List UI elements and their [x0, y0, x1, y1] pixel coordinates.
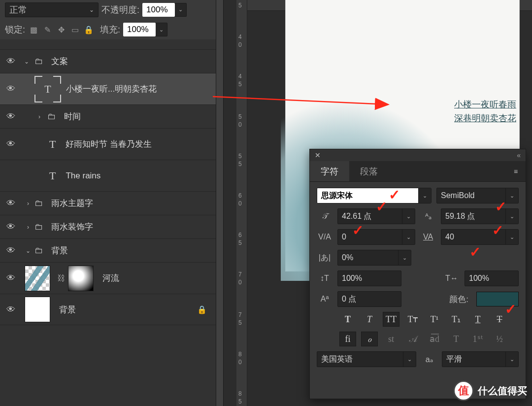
font-size-icon: 𝒯	[317, 212, 332, 221]
chevron-right-icon[interactable]: ›	[22, 224, 32, 231]
fill-input[interactable]: 100%	[123, 23, 156, 36]
font-weight-select[interactable]: SemiBold ⌄	[436, 188, 519, 203]
chevron-down-icon[interactable]: ⌄	[22, 247, 32, 254]
panel-menu-icon[interactable]: ≡	[506, 161, 526, 181]
folder-icon: 🗀	[34, 56, 43, 67]
font-size-input[interactable]: 42.61 点⌄	[337, 208, 415, 224]
visibility-icon[interactable]: 👁	[0, 111, 22, 122]
expand-icon[interactable]: «	[517, 151, 521, 159]
fill-label: 填充:	[100, 24, 120, 35]
lock-artboard-icon[interactable]: ▭	[69, 25, 80, 34]
smallcaps-button[interactable]: Tᴛ	[404, 312, 421, 327]
lock-all-icon[interactable]: 🔒	[83, 25, 94, 34]
folder-icon: 🗀	[34, 245, 43, 256]
visibility-icon[interactable]: 👁	[0, 84, 22, 94]
tsume-icon: |あ|	[317, 253, 332, 263]
close-icon[interactable]: ✕	[315, 151, 321, 159]
layer-group-deco[interactable]: 👁 › 🗀 雨水装饰字	[0, 215, 216, 238]
layer-thumb[interactable]	[25, 297, 50, 322]
layer-text-poem2[interactable]: 👁 T 好雨知时节 当春乃发生	[0, 128, 216, 160]
chevron-down-icon[interactable]: ⌄	[22, 58, 32, 65]
tracking-input[interactable]: 40⌄	[441, 229, 519, 245]
visibility-icon[interactable]: 👁	[0, 139, 22, 149]
kerning-input[interactable]: 0⌄	[337, 229, 415, 245]
hscale-input[interactable]: 100%	[465, 271, 519, 286]
ruler-tick: 5	[238, 2, 242, 9]
ruler-tick: 6	[238, 192, 242, 199]
layer-group-bg[interactable]: 👁 ⌄ 🗀 背景	[0, 238, 216, 262]
opacity-chev[interactable]: ⌄	[175, 3, 187, 17]
ruler-vertical[interactable]: 5 4 0 4 5 5 0 5 5 6 0 6 5 7 0 7 5 8 0 8 …	[236, 0, 247, 406]
lock-brush-icon[interactable]: ✎	[42, 25, 53, 34]
lock-move-icon[interactable]: ✥	[56, 25, 66, 34]
subscript-button[interactable]: T₁	[448, 312, 465, 327]
ordinals-button[interactable]: T	[448, 332, 465, 346]
ruler-tick: 5	[238, 113, 242, 120]
layer-group-time[interactable]: 👁 › 🗀 时间	[0, 104, 216, 128]
ruler-tick: 5	[238, 398, 242, 405]
layer-thumb[interactable]	[25, 266, 50, 291]
mask-thumb[interactable]	[68, 266, 94, 291]
watermark-text: 什么值得买	[478, 384, 527, 398]
opacity-label: 不透明度:	[101, 4, 139, 16]
language-select[interactable]: 美国英语⌄	[317, 351, 416, 367]
faux-bold-button[interactable]: T	[339, 312, 356, 327]
chevron-down-icon: ⌄	[418, 188, 431, 203]
visibility-icon[interactable]: 👁	[0, 56, 22, 67]
layer-river[interactable]: 👁 ⛓ 河流	[0, 262, 216, 294]
link-icon[interactable]: ⛓	[57, 274, 65, 283]
type-style-row2: fi ℴ st 𝒜 a͞d T 1ˢᵗ ½	[317, 332, 519, 346]
lock-icon[interactable]: 🔒	[197, 305, 207, 314]
character-panel: ✕ « 字符 段落 ≡ 思源宋体 ⌄ SemiBold ⌄ 𝒯 42.61 点⌄…	[309, 149, 526, 399]
ligature-fi-button[interactable]: fi	[339, 332, 356, 346]
visibility-icon[interactable]: 👁	[0, 245, 22, 256]
blend-mode-select[interactable]: 正常 ⌄	[5, 2, 99, 17]
titling-button[interactable]: a͞d	[426, 332, 443, 346]
tracking-icon: VA	[420, 233, 436, 241]
chevron-down-icon: ⌄	[89, 6, 94, 13]
vscale-input[interactable]: 100%	[337, 271, 401, 286]
superscript-button[interactable]: T¹	[426, 312, 443, 327]
baseline-input[interactable]: 0 点	[337, 291, 401, 307]
layer-group-theme[interactable]: 👁 › 🗀 雨水主题字	[0, 191, 216, 215]
chevron-right-icon[interactable]: ›	[22, 200, 32, 207]
ruler-tick: 0	[238, 279, 242, 286]
chevron-down-icon: ⌄	[505, 188, 518, 203]
ligature-st-button[interactable]: st	[383, 332, 399, 346]
layer-group-wenan[interactable]: 👁 ⌄ 🗀 文案	[0, 49, 216, 73]
chevron-down-icon: ⌄	[505, 230, 518, 244]
visibility-icon[interactable]: 👁	[0, 198, 22, 208]
ligature-o-button[interactable]: ℴ	[361, 332, 378, 346]
panel-gutter[interactable]	[216, 0, 224, 406]
layer-name: The rains	[66, 171, 100, 181]
tsume-input[interactable]: 0%⌄	[337, 250, 411, 266]
layer-background[interactable]: 👁 背景 🔒	[0, 294, 216, 325]
opacity-input[interactable]: 100%	[142, 3, 175, 17]
layer-text-selected[interactable]: 👁 T 小楼一夜听...明朝卖杏花	[0, 73, 216, 104]
fractions-1st-button[interactable]: 1ˢᵗ	[469, 332, 486, 346]
canvas-text-poem[interactable]: 小楼一夜听春雨 深巷明朝卖杏花	[454, 98, 516, 125]
type-style-row1: T T TT Tᴛ T¹ T₁ T T	[317, 312, 519, 327]
underline-button[interactable]: T	[469, 312, 486, 327]
fill-chev[interactable]: ⌄	[156, 23, 167, 36]
font-family-select[interactable]: 思源宋体 ⌄	[317, 188, 432, 203]
faux-italic-button[interactable]: T	[361, 312, 378, 327]
tab-paragraph[interactable]: 段落	[349, 161, 389, 181]
layer-text-rains[interactable]: 👁 T The rains	[0, 160, 216, 191]
fractions-half-button[interactable]: ½	[491, 332, 508, 346]
visibility-icon[interactable]: 👁	[0, 222, 22, 232]
color-swatch[interactable]	[476, 292, 519, 306]
strikethrough-button[interactable]: T	[491, 312, 508, 327]
allcaps-button[interactable]: TT	[383, 312, 399, 327]
leading-input[interactable]: 59.18 点⌄	[441, 208, 519, 224]
visibility-icon[interactable]: 👁	[0, 304, 22, 315]
antialias-select[interactable]: 平滑⌄	[442, 351, 519, 367]
lock-transparent-icon[interactable]: ▩	[28, 25, 39, 34]
layer-name: 文案	[51, 56, 68, 67]
swash-button[interactable]: 𝒜	[404, 332, 421, 346]
tab-character[interactable]: 字符	[310, 161, 349, 181]
panel-header[interactable]: ✕ «	[310, 149, 526, 161]
visibility-icon[interactable]: 👁	[0, 273, 22, 283]
chevron-right-icon[interactable]: ›	[34, 113, 44, 120]
ruler-tick: 8	[238, 390, 242, 397]
